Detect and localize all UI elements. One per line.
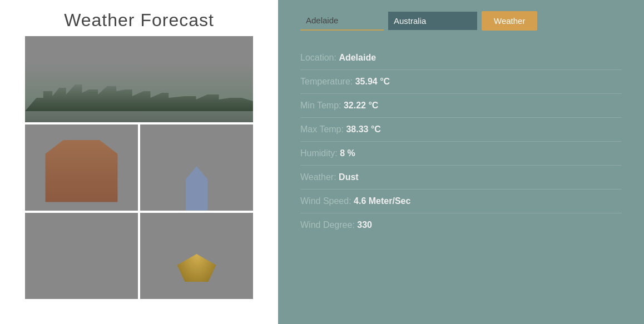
max-temp-label: Max Temp: xyxy=(300,124,346,134)
weather-value: Dust xyxy=(339,172,359,182)
page-title: Weather Forecast xyxy=(64,0,214,36)
photo-church xyxy=(140,124,253,211)
wind-degree-label: Wind Degree: xyxy=(300,220,357,230)
wind-speed-label: Wind Speed: xyxy=(300,196,354,206)
photo-brick-building xyxy=(25,124,138,211)
humidity-value: 8 % xyxy=(340,148,355,158)
min-temp-value: 32.22 °C xyxy=(344,101,378,110)
weather-row: Weather: Dust xyxy=(300,166,622,190)
wind-speed-row: Wind Speed: 4.6 Meter/Sec xyxy=(300,190,622,213)
max-temp-row: Max Temp: 38.33 °C xyxy=(300,118,622,142)
wind-degree-row: Wind Degree: 330 xyxy=(300,213,622,237)
city-input[interactable] xyxy=(300,11,384,31)
country-input[interactable] xyxy=(388,12,477,30)
humidity-label: Humidity: xyxy=(300,148,340,158)
right-panel: Weather Location: Adelaide Temperature: … xyxy=(278,0,644,324)
left-panel: Weather Forecast xyxy=(0,0,278,324)
location-label: Location: xyxy=(300,53,339,62)
min-temp-label: Min Temp: xyxy=(300,101,344,110)
wind-speed-value: 4.6 Meter/Sec xyxy=(354,196,410,206)
humidity-row: Humidity: 8 % xyxy=(300,142,622,166)
temperature-row: Temperature: 35.94 °C xyxy=(300,70,622,94)
location-value: Adelaide xyxy=(339,53,376,62)
temperature-label: Temperature: xyxy=(300,77,355,86)
min-temp-row: Min Temp: 32.22 °C xyxy=(300,94,622,118)
weather-info: Location: Adelaide Temperature: 35.94 °C… xyxy=(300,46,622,237)
max-temp-value: 38.33 °C xyxy=(346,124,380,134)
weather-button[interactable]: Weather xyxy=(482,11,537,31)
photo-harbor xyxy=(25,213,138,299)
wind-degree-value: 330 xyxy=(357,220,372,230)
temperature-value: 35.94 °C xyxy=(355,77,390,86)
location-row: Location: Adelaide xyxy=(300,46,622,70)
weather-label: Weather: xyxy=(300,172,339,182)
search-bar: Weather xyxy=(300,11,622,31)
photo-cityscape xyxy=(25,36,253,122)
photo-gazebo xyxy=(140,213,253,299)
photo-grid xyxy=(25,36,253,301)
